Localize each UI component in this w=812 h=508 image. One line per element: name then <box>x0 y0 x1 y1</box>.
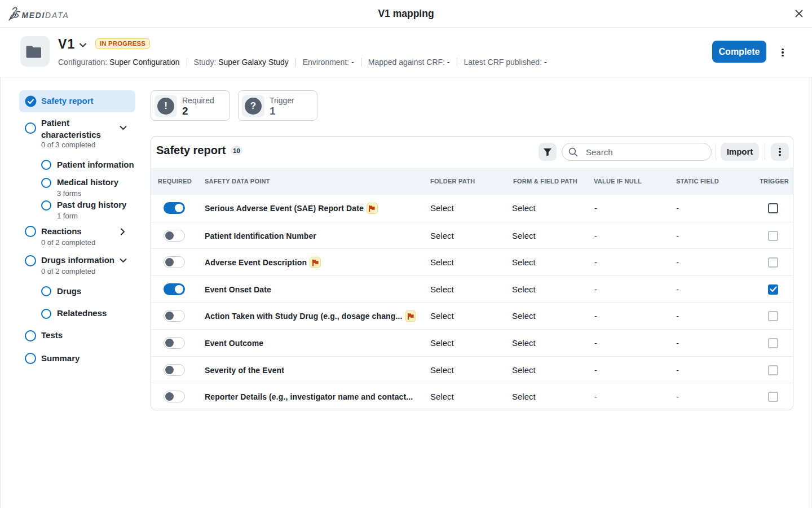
svg-text:DATA: DATA <box>45 11 69 20</box>
svg-text:MEDI: MEDI <box>22 11 46 20</box>
